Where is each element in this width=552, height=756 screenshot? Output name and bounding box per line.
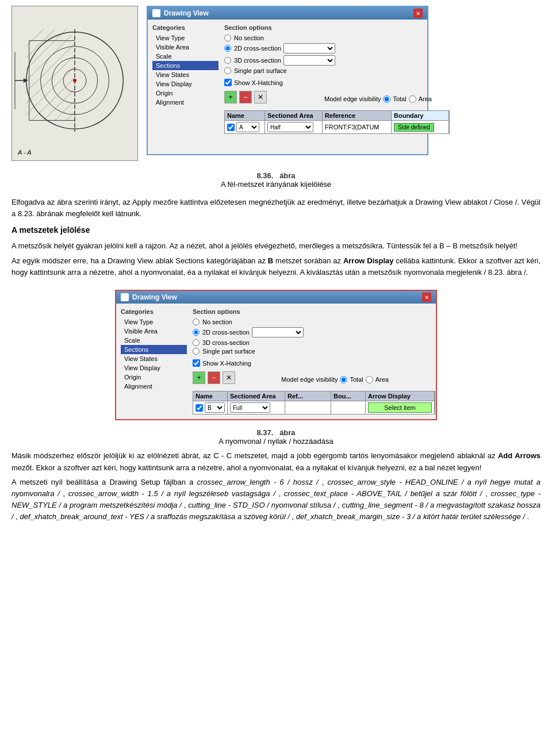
remove-section-btn-2[interactable]: − <box>208 371 220 384</box>
sectioned-select-1[interactable]: Half <box>267 122 313 132</box>
body-text-1: Elfogadva az ábra szerinti irányt, az Ap… <box>0 193 552 285</box>
slash-btn-2[interactable]: ✕ <box>223 371 235 384</box>
cat-view-display-2[interactable]: View Display <box>121 363 187 373</box>
para-2: A metszősík helyét gyakran jelölni kell … <box>12 240 540 252</box>
caption-text-2: A nyomvonal / nyilak / hozzáadása <box>12 437 540 446</box>
dialog-titlebar-1: Drawing View ✕ <box>148 7 427 20</box>
radio-2d-input-1[interactable] <box>224 45 231 52</box>
edge-total-input-1[interactable] <box>383 95 390 103</box>
body-text-2: Másik módszerhez először jelöljük ki az … <box>0 448 552 528</box>
section-dropdown-1[interactable] <box>283 43 335 53</box>
cat-sections-2[interactable]: Sections <box>121 345 187 354</box>
para5-italic1: crossec_arrow_length - 6 / hossz / <box>197 478 319 486</box>
cat-visible-area-1[interactable]: Visible Area <box>152 43 218 52</box>
radio-single-label-2: Single part surface <box>202 348 255 355</box>
toolbar-row-2: + − ✕ <box>193 371 235 384</box>
show-xhatch-checkbox-1[interactable] <box>224 79 232 86</box>
edge-area-input-2[interactable] <box>366 376 373 383</box>
radio-no-section-input-2[interactable] <box>193 318 200 325</box>
cat-alignment-1[interactable]: Alignment <box>152 98 218 107</box>
name-select-1[interactable]: A <box>236 122 259 132</box>
dialog-close-btn-1[interactable]: ✕ <box>413 9 423 18</box>
cell2-arrow: Select item <box>366 401 435 414</box>
radio-3d-input-2[interactable] <box>193 339 200 346</box>
show-xhatch-label-1: Show X-Hatching <box>234 79 283 86</box>
radio-single-row-1: Single part surface <box>224 67 450 74</box>
categories-panel-1: Categories View Type Visible Area Scale … <box>152 24 218 134</box>
side-defined-btn-1[interactable]: Side defined <box>394 123 434 132</box>
radio-2d-row-1: 2D cross-section <box>224 43 450 53</box>
cat-view-states-2[interactable]: View States <box>121 354 187 363</box>
edge-total-label-2: Total <box>350 376 363 383</box>
dialog-content-2: Categories View Type Visible Area Scale … <box>116 304 436 419</box>
caption-number-1: 8.36. <box>256 171 273 180</box>
dialog-close-btn-2[interactable]: ✕ <box>422 293 431 302</box>
radio-2d-label-1: 2D cross-section <box>234 45 281 52</box>
caption-area-1: 8.36. ábra A fél-metszet irányának kijel… <box>0 167 552 193</box>
radio-no-section-label-1: No section <box>234 34 264 41</box>
dialog-icon-2 <box>121 293 129 301</box>
para5-italic6: cutting_line - STD_ISO / nyomvonal stílu… <box>188 501 335 509</box>
section-3d-dropdown-1[interactable] <box>283 55 335 66</box>
row2-checkbox[interactable] <box>195 404 203 412</box>
para5-italic8: def_xhatch_break_around_text - YES / a s… <box>20 512 289 521</box>
select-item-btn[interactable]: Select item <box>368 402 432 413</box>
cat-origin-2[interactable]: Origin <box>121 373 187 382</box>
cat-scale-2[interactable]: Scale <box>121 336 187 345</box>
add-section-btn-1[interactable]: + <box>224 91 237 103</box>
para-5: A metszeti nyíl beállítása a Drawing Set… <box>12 477 540 523</box>
para3-start: Az egyik módszer erre, ha a Drawing View… <box>12 256 268 265</box>
row-checkbox-1[interactable] <box>227 124 235 131</box>
radio-2d-input-2[interactable] <box>193 329 200 336</box>
cat-visible-area-2[interactable]: Visible Area <box>121 327 187 336</box>
section-options-panel-1: Section options No section 2D cross-sect… <box>224 24 450 134</box>
show-xhatch-checkbox-2[interactable] <box>193 359 200 367</box>
radio-group-2: No section 2D cross-section 3D <box>193 318 435 355</box>
radio-no-section-input-1[interactable] <box>224 34 231 41</box>
slash-btn-1[interactable]: ✕ <box>254 91 267 103</box>
cat-sections-1[interactable]: Sections <box>152 61 218 70</box>
show-xhatch-label-2: Show X-Hatching <box>202 360 251 367</box>
cat-view-display-1[interactable]: View Display <box>152 79 218 89</box>
remove-section-btn-1[interactable]: − <box>239 91 252 103</box>
cat-alignment-2[interactable]: Alignment <box>121 382 187 391</box>
cat-view-type-2[interactable]: View Type <box>121 317 187 327</box>
dialog-title-2: Drawing View <box>132 293 177 301</box>
para-1: Elfogadva az ábra szerinti irányt, az Ap… <box>12 197 540 220</box>
col2-bou: Bou... <box>331 392 366 401</box>
para4-end: mezőt. Ekkor a szoftver azt kéri, hogy k… <box>12 463 481 472</box>
top-section: A - A Drawing View ✕ Categories View Typ… <box>0 0 552 167</box>
radio-single-row-2: Single part surface <box>193 348 435 355</box>
radio-3d-input-1[interactable] <box>224 57 231 64</box>
radio-2d-label-2: 2D cross-section <box>202 329 250 336</box>
edge-total-input-2[interactable] <box>340 376 347 383</box>
para5-italic3: crossec_arrow_width - 1.5 / a nyíl legsz… <box>68 489 275 498</box>
table-area-1: Name Sectioned Area Reference Boundary A… <box>224 110 450 134</box>
radio-2d-row-2: 2D cross-section <box>193 327 435 337</box>
radio-single-input-1[interactable] <box>224 67 231 74</box>
col2-name: Name <box>193 392 228 401</box>
edge-area-input-1[interactable] <box>409 95 416 103</box>
reference-value-1: FRONT:F3(DATUM <box>325 124 379 131</box>
cat-view-states-1[interactable]: View States <box>152 70 218 79</box>
sectioned2-select[interactable]: Full <box>230 402 270 413</box>
section-options-title-2: Section options <box>193 308 435 315</box>
caption-figure-2: 8.37. ábra <box>12 428 540 437</box>
radio-single-input-2[interactable] <box>193 348 200 355</box>
radio-3d-row-2: 3D cross-section <box>193 339 435 346</box>
add-section-btn-2[interactable]: + <box>193 371 205 384</box>
name2-select[interactable]: B <box>205 402 225 413</box>
cat-view-type-1[interactable]: View Type <box>152 33 218 43</box>
section-dropdown-2[interactable] <box>252 327 304 337</box>
para5-italic9: def_xhatch_break_margin_size - 3 / a kit… <box>296 512 525 521</box>
svg-point-24 <box>73 79 76 82</box>
caption-unit-2: ábra <box>279 428 295 437</box>
para4-bold: Add Arrows <box>498 451 540 460</box>
radio-2d-with-dropdown-1: 2D cross-section <box>234 43 335 53</box>
cat-scale-1[interactable]: Scale <box>152 52 218 61</box>
para3-mid: metszet sorában az <box>273 256 343 265</box>
caption-number-2: 8.37. <box>256 428 273 437</box>
radio-no-section-label-2: No section <box>202 318 232 325</box>
cat-origin-1[interactable]: Origin <box>152 89 218 98</box>
cell-sectioned-1: Half <box>265 121 323 133</box>
